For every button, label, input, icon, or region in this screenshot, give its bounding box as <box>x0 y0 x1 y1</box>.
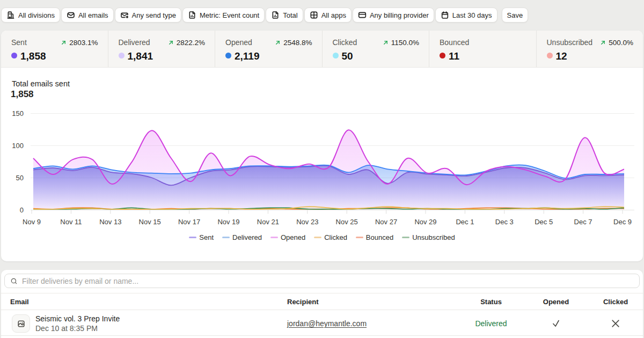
svg-text:50: 50 <box>16 174 24 182</box>
svg-text:Nov 27: Nov 27 <box>375 218 397 226</box>
svg-text:Dec 9: Dec 9 <box>613 218 632 226</box>
svg-text:0: 0 <box>20 206 24 214</box>
svg-text:100: 100 <box>12 142 24 150</box>
svg-text:Nov 13: Nov 13 <box>99 218 121 226</box>
svg-text:Nov 19: Nov 19 <box>217 218 239 226</box>
svg-text:Nov 17: Nov 17 <box>178 218 200 226</box>
svg-text:Nov 23: Nov 23 <box>296 218 318 226</box>
svg-text:Nov 15: Nov 15 <box>139 218 161 226</box>
svg-text:Nov 9: Nov 9 <box>23 218 41 226</box>
svg-text:Nov 29: Nov 29 <box>414 218 436 226</box>
svg-text:Dec 7: Dec 7 <box>574 218 592 226</box>
svg-text:Nov 21: Nov 21 <box>257 218 279 226</box>
svg-text:Dec 5: Dec 5 <box>535 218 553 226</box>
svg-text:Dec 1: Dec 1 <box>456 218 474 226</box>
svg-text:150: 150 <box>12 109 24 117</box>
svg-text:Nov 25: Nov 25 <box>336 218 358 226</box>
svg-text:Dec 3: Dec 3 <box>495 218 514 226</box>
svg-text:Nov 11: Nov 11 <box>60 218 82 226</box>
